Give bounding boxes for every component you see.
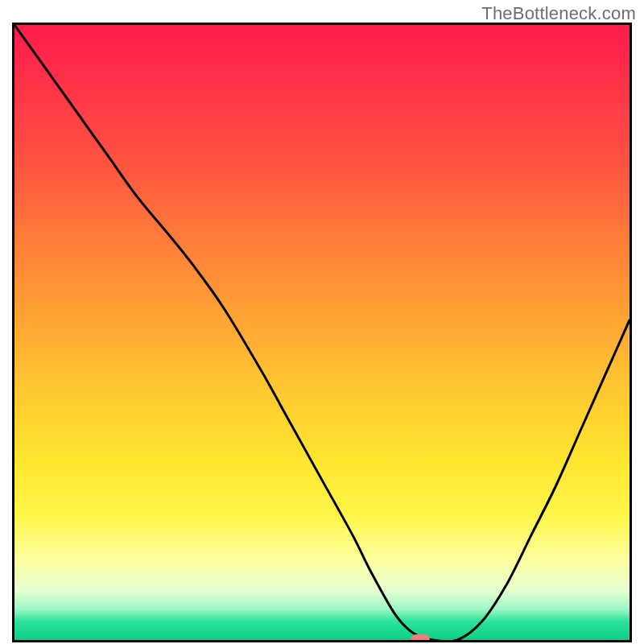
optimal-point-marker <box>411 634 430 642</box>
plot-area <box>12 23 632 642</box>
bottleneck-curve <box>14 25 630 640</box>
watermark-text: TheBottleneck.com <box>481 3 636 24</box>
chart-frame: TheBottleneck.com <box>0 0 644 644</box>
